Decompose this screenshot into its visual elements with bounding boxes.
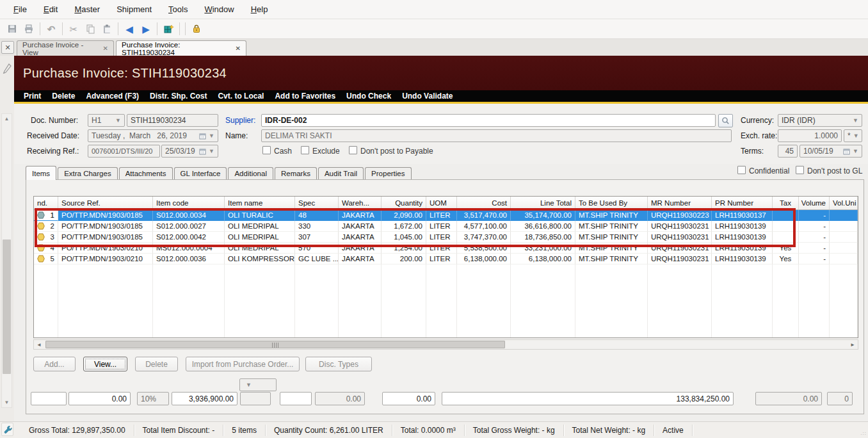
horizontal-scrollbar[interactable]: ◄ ►	[33, 339, 858, 350]
supplier-name-field[interactable]: DELIMA TRI SAKTI	[261, 129, 732, 142]
table-row[interactable]: 1PO/TTP.MDN/1903/0185S012.000.0034OLI TU…	[34, 210, 858, 221]
table-row[interactable]: 3PO/TTP.MDN/1903/0185S012.000.0042OLI ME…	[34, 232, 858, 243]
net-total-field[interactable]: 133,834,250.00	[442, 392, 734, 405]
dont-post-payable-checkbox[interactable]	[349, 146, 357, 154]
doc-tab-purchase-invoice-view[interactable]: Purchase Invoice - View ✕	[17, 40, 114, 56]
column-header-line-total[interactable]: Line Total	[511, 197, 575, 209]
tab-properties[interactable]: Properties	[365, 167, 411, 180]
luxury-tax-field[interactable]: 0.00	[382, 392, 435, 405]
column-header-source-ref[interactable]: Source Ref.	[58, 197, 153, 209]
receiving-date-field[interactable]: 25/03/19▼	[161, 145, 218, 158]
column-header-to-be-used-by[interactable]: To Be Used By	[575, 197, 648, 209]
disc-types-button[interactable]: Disc. Types	[305, 357, 372, 371]
column-header-wareh[interactable]: Wareh...	[339, 197, 382, 209]
horizontal-scrollbar-thumb[interactable]	[45, 341, 505, 348]
tax-extra-field[interactable]	[240, 392, 271, 405]
lock-button[interactable]	[188, 21, 205, 36]
column-header-spec[interactable]: Spec	[295, 197, 339, 209]
menu-window[interactable]: Window	[196, 1, 242, 17]
column-header-mr-number[interactable]: MR Number	[648, 197, 712, 209]
tab-items[interactable]: Items	[26, 166, 56, 180]
tax-value-field[interactable]: 3,936,900.00	[172, 392, 237, 405]
terms-days-field[interactable]: 45	[778, 145, 798, 158]
action-distr-shp-cost[interactable]: Distr. Shp. Cost	[150, 92, 207, 101]
table-header[interactable]: nd.Source Ref.Item codeItem nameSpecWare…	[34, 197, 858, 210]
supplier-label[interactable]: Supplier:	[225, 116, 255, 125]
column-header-volume[interactable]: Volume	[799, 197, 830, 209]
forward-button[interactable]: ▶	[138, 21, 154, 36]
table-row[interactable]: 5PO/TTP.MDN/1903/0210S012.000.0036OLI KO…	[34, 254, 858, 264]
exch-mode-combo[interactable]: *▼	[844, 129, 862, 142]
column-header-uom[interactable]: UOM	[426, 197, 457, 209]
scroll-right-icon[interactable]: ►	[848, 340, 858, 349]
exclude-checkbox[interactable]	[301, 146, 309, 154]
menu-shipment[interactable]: Shipment	[108, 1, 160, 17]
column-header-item-name[interactable]: Item name	[225, 197, 295, 209]
save-button[interactable]	[4, 21, 20, 36]
cut-button[interactable]: ✂	[65, 21, 82, 36]
column-header-quantity[interactable]: Quantity	[382, 197, 426, 209]
exch-rate-field[interactable]: 1.0000	[778, 129, 842, 142]
delete-button[interactable]: Delete	[135, 357, 178, 371]
action-delete[interactable]: Delete	[52, 92, 75, 101]
vertical-scrollbar[interactable]: ▲ ▼	[1, 113, 12, 408]
action-undo-validate[interactable]: Undo Validate	[402, 92, 453, 101]
column-header-pr-number[interactable]: PR Number	[712, 197, 773, 209]
received-date-field[interactable]: Tuesday , March 26, 2019▼	[88, 129, 218, 142]
discount-type-field[interactable]	[31, 392, 67, 405]
tab-extra-charges[interactable]: Extra Charges	[58, 167, 118, 180]
close-icon[interactable]: ✕	[103, 45, 108, 52]
action-cvt-to-local[interactable]: Cvt. to Local	[218, 92, 264, 101]
confidential-checkbox[interactable]	[737, 166, 746, 174]
tab-audit-trail[interactable]: Audit Trail	[318, 167, 364, 180]
resize-grip[interactable]: .::	[860, 430, 867, 436]
action-print[interactable]: Print	[24, 92, 41, 101]
menu-tools[interactable]: Tools	[160, 1, 196, 17]
tabstrip-close-button[interactable]: ✕	[1, 41, 14, 54]
report-design-button[interactable]	[160, 21, 177, 36]
action-advanced-f3[interactable]: Advanced (F3)	[86, 92, 139, 101]
column-header-item-code[interactable]: Item code	[153, 197, 225, 209]
view-button[interactable]: View...	[83, 357, 127, 371]
scroll-left-icon[interactable]: ◄	[34, 340, 44, 349]
items-table[interactable]: nd.Source Ref.Item codeItem nameSpecWare…	[33, 196, 858, 338]
tab-gl-interface[interactable]: GL Interface	[174, 167, 227, 180]
tab-attachments[interactable]: Attachments	[119, 167, 173, 180]
scroll-up-icon[interactable]: ▲	[2, 114, 12, 124]
supplier-search-button[interactable]	[718, 114, 733, 127]
tools-button[interactable]	[1, 423, 13, 436]
vertical-scrollbar-thumb[interactable]	[3, 239, 11, 374]
column-header-cost[interactable]: Cost	[457, 197, 511, 209]
supplier-field[interactable]: IDR-DE-002	[261, 114, 716, 127]
doc-prefix-combo[interactable]: H1▼	[88, 114, 125, 127]
receiving-ref-field[interactable]: 0076001/DTS/III/20	[88, 145, 160, 158]
cash-checkbox[interactable]	[262, 146, 271, 154]
menu-master[interactable]: Master	[66, 1, 108, 17]
discount-value-field[interactable]: 0.00	[68, 392, 131, 405]
column-header-nd[interactable]: nd.	[34, 197, 58, 209]
pack-field[interactable]: 0	[827, 392, 853, 405]
tax-rate-field[interactable]: 10%	[137, 392, 169, 405]
add-button[interactable]: Add...	[33, 357, 76, 371]
copy-button[interactable]	[82, 21, 99, 36]
tab-additional[interactable]: Additional	[228, 167, 273, 180]
dont-post-gl-checkbox[interactable]	[796, 166, 804, 174]
tab-remarks[interactable]: Remarks	[275, 167, 317, 180]
table-row[interactable]: 2PO/TTP.MDN/1903/0185S012.000.0027OLI ME…	[34, 221, 858, 232]
back-button[interactable]: ◀	[121, 21, 138, 36]
menu-help[interactable]: Help	[243, 1, 277, 17]
total-shipping-field[interactable]: 0.00	[755, 392, 822, 405]
print-button[interactable]	[20, 21, 37, 36]
import-from-po-button[interactable]: Import from Purchase Order...	[186, 357, 300, 371]
tax-type-combo[interactable]: ▼	[239, 378, 277, 391]
column-header-tax[interactable]: Tax	[773, 197, 799, 209]
scroll-down-icon[interactable]: ▼	[2, 398, 12, 407]
pph22-type-field[interactable]	[280, 392, 312, 405]
doc-number-field[interactable]: STIH119030234	[127, 114, 218, 127]
currency-combo[interactable]: IDR (IDR)▼	[778, 114, 862, 127]
table-row[interactable]: 4PO/TTP.MDN/1903/0210MS012.000.0004OLI M…	[34, 243, 858, 254]
paste-button[interactable]	[99, 21, 115, 36]
pph22-value-field[interactable]: 0.00	[315, 392, 365, 405]
action-undo-check[interactable]: Undo Check	[346, 92, 391, 101]
close-icon[interactable]: ✕	[236, 45, 241, 52]
